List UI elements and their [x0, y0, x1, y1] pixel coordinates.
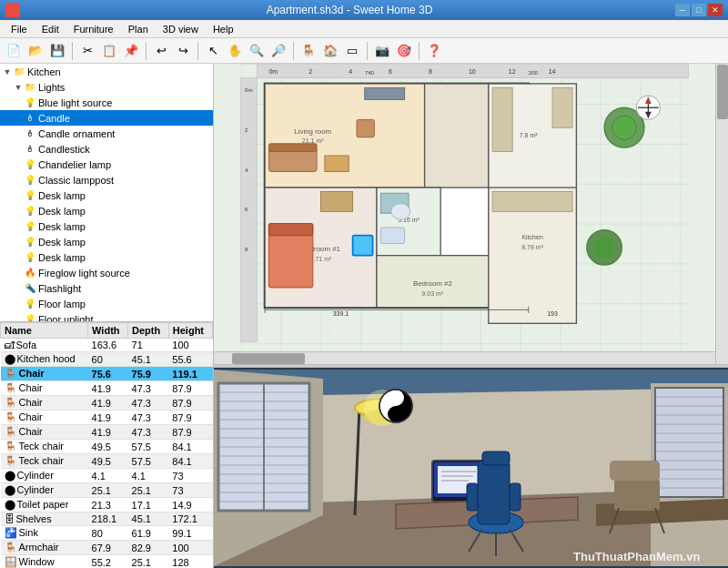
- table-row[interactable]: 🪑Chair41.947.387.9: [1, 425, 213, 440]
- cell-width: 67.9: [88, 541, 128, 555]
- furniture-tree[interactable]: ▼ 📁 Kitchen ▼ 📁 Lights 💡 Blue light sour…: [0, 64, 213, 322]
- lamppost-icon: 💡: [24, 174, 36, 187]
- fireglow-icon: 🔥: [24, 267, 36, 279]
- cell-name: 🪑Armchair: [1, 541, 88, 555]
- tree-desk-lamp-3[interactable]: 💡 Desk lamp: [0, 218, 213, 234]
- svg-point-57: [612, 116, 636, 139]
- tree-flashlight[interactable]: 🔦 Flashlight: [0, 280, 213, 296]
- cell-height: 100: [168, 339, 212, 352]
- table-row[interactable]: 🗄Shelves218.145.1172.1: [1, 512, 213, 526]
- table-row[interactable]: ⬤Kitchen hood6045.155.6: [1, 352, 213, 367]
- tree-candle-ornament[interactable]: 🕯 Candle ornament: [0, 126, 213, 141]
- svg-text:339.1: 339.1: [333, 310, 349, 317]
- tb-paste[interactable]: 📌: [121, 41, 141, 61]
- menu-plan[interactable]: Plan: [121, 22, 156, 36]
- tree-desk-lamp-2[interactable]: 💡 Desk lamp: [0, 203, 213, 218]
- tree-desk-lamp-1[interactable]: 💡 Desk lamp: [0, 188, 213, 203]
- cell-name: 🚰Sink: [1, 526, 88, 541]
- svg-rect-126: [614, 479, 660, 511]
- table-row[interactable]: ⬤Cylinder4.14.173: [1, 469, 213, 483]
- tb-camera[interactable]: 📷: [372, 41, 392, 61]
- table-row[interactable]: ⬤Toilet paper21.317.114.9: [1, 498, 213, 512]
- candlestick-icon: 🕯: [24, 143, 36, 156]
- tb-zoom-out[interactable]: 🔎: [268, 41, 288, 61]
- col-width[interactable]: Width: [88, 323, 128, 339]
- floorplan-vscrollbar[interactable]: [715, 64, 728, 364]
- tree-lights[interactable]: ▼ 📁 Lights: [0, 79, 213, 95]
- tb-new[interactable]: 📄: [4, 41, 24, 61]
- window-title: Apartment.sh3d - Sweet Home 3D: [24, 4, 675, 16]
- menu-edit[interactable]: Edit: [35, 22, 66, 36]
- svg-rect-55: [353, 236, 373, 256]
- tb-zoom-in[interactable]: 🔍: [247, 41, 267, 61]
- table-row[interactable]: 🛋Sofa163.671100: [1, 339, 213, 352]
- cell-depth: 45.1: [128, 352, 169, 367]
- table-row[interactable]: ⬤Cylinder25.125.173: [1, 483, 213, 498]
- cell-depth: 57.5: [128, 454, 169, 469]
- svg-text:Living room: Living room: [294, 127, 331, 136]
- svg-rect-51: [380, 228, 404, 244]
- tree-chandelier[interactable]: 💡 Chandelier lamp: [0, 157, 213, 172]
- table-row[interactable]: 🪑Chair41.947.387.9: [1, 411, 213, 425]
- tree-candlestick[interactable]: 🕯 Candlestick: [0, 141, 213, 157]
- cell-name: 🪑Teck chair: [1, 454, 88, 469]
- floorplan-hscrollbar[interactable]: [214, 351, 715, 364]
- cell-name: ⬤Toilet paper: [1, 498, 88, 512]
- svg-point-59: [594, 237, 615, 258]
- cell-width: 49.5: [88, 440, 128, 454]
- tree-floor-lamp[interactable]: 💡 Floor lamp: [0, 296, 213, 311]
- table-row[interactable]: 🚰Sink8061.999.1: [1, 526, 213, 541]
- tree-lamppost[interactable]: 💡 Classic lamppost: [0, 172, 213, 188]
- tb-undo[interactable]: ↩: [151, 41, 171, 61]
- table-row[interactable]: 🪑Teck chair49.557.584.1: [1, 440, 213, 454]
- tb-add-room[interactable]: 🏠: [320, 41, 340, 61]
- table-row[interactable]: 🪑Armchair67.982.9100: [1, 541, 213, 555]
- tb-cut[interactable]: ✂: [77, 41, 97, 61]
- left-panel: ▼ 📁 Kitchen ▼ 📁 Lights 💡 Blue light sour…: [0, 64, 214, 568]
- tree-candle[interactable]: 🕯 Candle: [0, 110, 213, 126]
- tb-add-wall[interactable]: ▭: [342, 41, 362, 61]
- tree-desk-lamp-5[interactable]: 💡 Desk lamp: [0, 249, 213, 265]
- svg-text:ThuThuatPhanMem.vn: ThuThuatPhanMem.vn: [573, 550, 700, 563]
- maximize-button[interactable]: □: [692, 4, 706, 16]
- tb-add-furniture[interactable]: 🪑: [298, 41, 318, 61]
- tree-kitchen[interactable]: ▼ 📁 Kitchen: [0, 64, 213, 79]
- cell-height: 100: [168, 541, 212, 555]
- titlebar: Apartment.sh3d - Sweet Home 3D ─ □ ✕: [0, 0, 728, 20]
- tb-help[interactable]: ❓: [424, 41, 444, 61]
- svg-text:14: 14: [549, 68, 556, 75]
- menu-help[interactable]: Help: [206, 22, 241, 36]
- menu-furniture[interactable]: Furniture: [66, 22, 121, 36]
- expand-lights: ▼: [13, 82, 24, 93]
- svg-text:10: 10: [469, 68, 476, 75]
- cell-name: 🪑Chair: [1, 411, 88, 425]
- tb-top-camera[interactable]: 🎯: [394, 41, 414, 61]
- col-name[interactable]: Name: [1, 323, 88, 339]
- table-row[interactable]: 🪑Teck chair49.557.584.1: [1, 454, 213, 469]
- table-row[interactable]: 🪑Chair41.947.387.9: [1, 381, 213, 396]
- tree-floor-uplight[interactable]: 💡 Floor uplight: [0, 311, 213, 322]
- tb-open[interactable]: 📂: [25, 41, 46, 61]
- tree-blue-light[interactable]: 💡 Blue light source: [0, 95, 213, 110]
- tb-pan[interactable]: ✋: [225, 41, 245, 61]
- tb-select[interactable]: ↖: [203, 41, 223, 61]
- floor-lamp-icon: 💡: [24, 298, 36, 310]
- table-row[interactable]: 🪟Window55.225.1128: [1, 555, 213, 569]
- menu-file[interactable]: File: [4, 22, 35, 36]
- table-row[interactable]: 🪑Chair41.947.387.9: [1, 396, 213, 411]
- furniture-table[interactable]: Name Width Depth Height 🛋Sofa163.671100⬤…: [0, 322, 213, 568]
- tb-save[interactable]: 💾: [47, 41, 67, 61]
- tb-redo[interactable]: ↪: [173, 41, 193, 61]
- table-row[interactable]: 🪑Chair75.675.9119.1: [1, 367, 213, 381]
- menu-3dview[interactable]: 3D view: [156, 22, 206, 36]
- tree-fireglow[interactable]: 🔥 Fireglow light source: [0, 265, 213, 280]
- col-depth[interactable]: Depth: [128, 323, 169, 339]
- close-button[interactable]: ✕: [708, 4, 723, 16]
- col-height[interactable]: Height: [168, 323, 212, 339]
- cell-depth: 4.1: [128, 469, 169, 483]
- svg-text:740: 740: [365, 69, 375, 76]
- floorplan-view[interactable]: 0m 2 4 6 8 10 12 14 0m 2 4 6 8 740 20: [214, 64, 728, 364]
- tree-desk-lamp-4[interactable]: 💡 Desk lamp: [0, 234, 213, 249]
- tb-copy[interactable]: 📋: [99, 41, 119, 61]
- minimize-button[interactable]: ─: [675, 4, 690, 16]
